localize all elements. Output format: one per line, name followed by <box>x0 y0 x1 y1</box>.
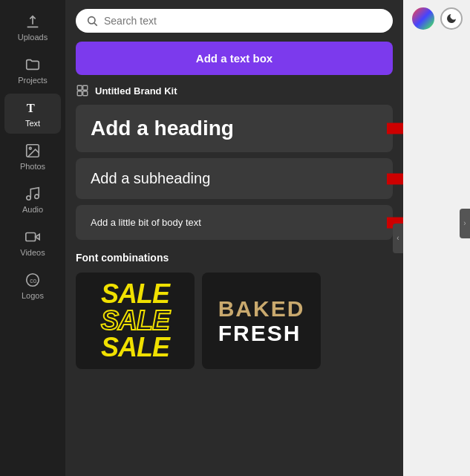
sidebar-item-label: Videos <box>20 248 45 257</box>
brand-kit-name: Untitled Brand Kit <box>95 85 177 97</box>
upload-icon <box>25 13 41 30</box>
body-label: Add a little bit of body text <box>91 217 201 228</box>
add-body-item[interactable]: Add a little bit of body text <box>76 205 393 240</box>
collapse-handle[interactable]: ‹ <box>393 224 403 253</box>
sidebar-item-uploads[interactable]: Uploads <box>4 7 61 48</box>
fresh-line: FRESH <box>218 321 305 345</box>
sale-line-1: SALE <box>101 281 169 307</box>
baked-fresh-stack: BAKED FRESH <box>218 296 305 345</box>
right-collapse-handle[interactable]: › <box>460 209 470 238</box>
logo-icon: co. <box>25 272 41 288</box>
sidebar: Uploads Projects T Text Photos Audio <box>0 0 65 476</box>
sidebar-item-text[interactable]: T Text <box>4 94 61 134</box>
brand-kit-label: Untitled Brand Kit <box>65 84 403 105</box>
sidebar-item-label: Projects <box>18 76 48 85</box>
svg-point-8 <box>88 17 95 24</box>
sale-line-3: SALE <box>101 334 169 361</box>
sidebar-item-videos[interactable]: Videos <box>4 223 61 263</box>
search-input[interactable] <box>104 15 382 27</box>
baked-line: BAKED <box>218 296 305 321</box>
svg-rect-5 <box>26 233 36 241</box>
font-combo-grid: SALE SALE SALE BAKED FRESH <box>65 273 403 369</box>
sidebar-item-logos[interactable]: co. Logos <box>4 266 61 306</box>
svg-rect-12 <box>77 91 82 96</box>
font-combinations-label: Font combinations <box>65 246 403 273</box>
sidebar-item-label: Logos <box>22 291 44 300</box>
svg-rect-13 <box>83 91 88 96</box>
svg-text:co.: co. <box>30 278 38 284</box>
sidebar-item-label: Photos <box>20 162 45 171</box>
main-panel: Add a text box Untitled Brand Kit Add a … <box>65 0 403 476</box>
sidebar-item-label: Text <box>25 119 40 128</box>
sidebar-item-photos[interactable]: Photos <box>4 137 61 177</box>
font-combo-baked[interactable]: BAKED FRESH <box>202 273 321 369</box>
canvas-area: › <box>403 0 470 476</box>
sale-line-2: SALE <box>101 307 169 334</box>
sidebar-item-label: Uploads <box>18 33 48 42</box>
sidebar-item-label: Audio <box>22 205 43 214</box>
arrow-icon <box>387 115 403 142</box>
search-input-wrapper <box>76 9 393 33</box>
add-heading-item[interactable]: Add a heading <box>76 105 393 152</box>
heading-label: Add a heading <box>91 117 234 140</box>
svg-marker-14 <box>387 116 403 141</box>
sidebar-item-audio[interactable]: Audio <box>4 180 61 220</box>
folder-icon <box>25 56 41 73</box>
subheading-label: Add a subheading <box>91 170 210 187</box>
svg-rect-10 <box>77 85 82 90</box>
add-text-box-button[interactable]: Add a text box <box>76 42 393 75</box>
svg-text:T: T <box>27 101 35 115</box>
color-palette-icon[interactable] <box>412 7 434 30</box>
sidebar-item-projects[interactable]: Projects <box>4 50 61 91</box>
svg-line-9 <box>94 23 97 26</box>
sale-stack: SALE SALE SALE <box>101 281 169 361</box>
music-icon <box>25 186 41 202</box>
brand-kit-icon <box>76 84 89 97</box>
add-subheading-item[interactable]: Add a subheading <box>76 158 393 199</box>
search-icon <box>86 15 98 27</box>
font-combo-sale[interactable]: SALE SALE SALE <box>76 273 195 369</box>
search-bar <box>65 0 403 39</box>
text-icon: T <box>25 100 41 116</box>
top-right-bar <box>405 0 470 37</box>
video-icon <box>25 229 41 245</box>
svg-point-4 <box>35 195 39 199</box>
arrow-icon <box>387 166 403 192</box>
svg-marker-15 <box>387 166 403 192</box>
theme-toggle-icon[interactable] <box>440 7 463 30</box>
svg-rect-11 <box>83 85 88 90</box>
svg-point-3 <box>27 196 31 200</box>
svg-point-2 <box>29 147 31 149</box>
moon-icon <box>445 13 457 25</box>
image-icon <box>25 143 41 159</box>
collapse-chevron: ‹ <box>396 234 399 242</box>
